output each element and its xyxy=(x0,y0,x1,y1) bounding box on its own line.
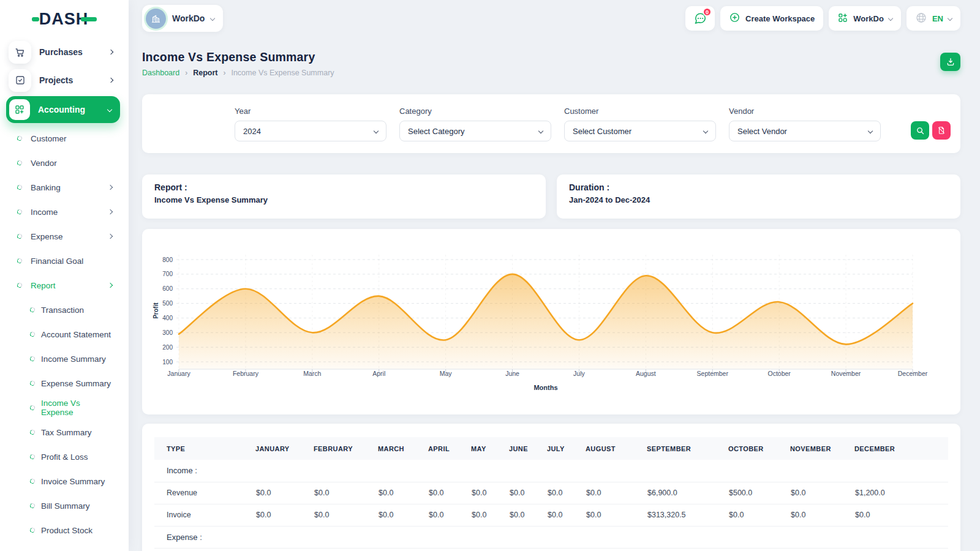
sidebar-item-cash-flow[interactable]: Cash Flow xyxy=(0,542,129,551)
cell-value: $500.0 xyxy=(728,482,790,504)
logo[interactable]: DASH xyxy=(0,0,129,38)
app-root: DASH Purchases Projects Accounting Custo… xyxy=(0,0,980,551)
sidebar-item-label: Expense xyxy=(31,232,100,241)
row-label: Invoice xyxy=(154,504,255,526)
column-header: DECEMBER xyxy=(854,437,948,460)
search-icon xyxy=(916,126,925,135)
language-dropdown[interactable]: EN xyxy=(907,6,960,31)
chevron-down-icon xyxy=(538,129,543,133)
workspace-avatar-building-icon xyxy=(146,9,166,29)
reset-button[interactable] xyxy=(932,121,951,140)
sidebar-item-income-vs-expense[interactable]: Income Vs Expense xyxy=(0,395,129,420)
sidebar-item-income[interactable]: Income xyxy=(0,200,129,224)
report-card-title: Report : xyxy=(154,182,533,192)
sidebar-item-label: Transaction xyxy=(41,305,112,315)
sidebar-item-vendor[interactable]: Vendor xyxy=(0,151,129,175)
breadcrumb-report-link[interactable]: Report xyxy=(193,69,217,77)
cell-value: $0.0 xyxy=(314,504,378,526)
cell-value: $0.0 xyxy=(547,482,586,504)
chevron-down-icon xyxy=(948,16,952,21)
column-header: JANUARY xyxy=(255,437,314,460)
page-header: Income Vs Expense Summary Dashboard › Re… xyxy=(142,50,960,77)
svg-text:Profit: Profit xyxy=(153,302,159,319)
sidebar-item-projects[interactable]: Projects xyxy=(0,66,129,94)
svg-text:June: June xyxy=(505,370,519,377)
sidebar-item-label: Tax Summary xyxy=(41,428,112,437)
bullet-icon xyxy=(17,209,23,215)
sidebar-item-customer[interactable]: Customer xyxy=(0,126,129,151)
sidebar-item-product-stock[interactable]: Product Stock xyxy=(0,518,129,542)
bullet-icon xyxy=(17,184,23,190)
cell-value: $0.0 xyxy=(509,504,547,526)
sidebar-item-bill-summary[interactable]: Bill Summary xyxy=(0,493,129,518)
sidebar-item-expense-summary[interactable]: Expense Summary xyxy=(0,371,129,395)
customer-select[interactable]: Select Customer xyxy=(564,121,716,141)
sidebar-item-accounting[interactable]: Accounting xyxy=(6,96,120,123)
download-icon xyxy=(946,57,956,67)
category-select[interactable]: Select Category xyxy=(399,121,551,141)
sidebar-item-purchases[interactable]: Purchases xyxy=(0,38,129,66)
bullet-icon xyxy=(29,527,36,533)
svg-text:September: September xyxy=(697,370,729,377)
topbar-actions: 0 Create Workspace WorkDo xyxy=(685,6,960,31)
sidebar-item-tax-summary[interactable]: Tax Summary xyxy=(0,420,129,444)
page-title: Income Vs Expense Summary xyxy=(142,50,960,64)
search-button[interactable] xyxy=(911,121,929,140)
download-button[interactable] xyxy=(940,53,960,71)
bullet-icon xyxy=(17,258,23,264)
messages-button[interactable]: 0 xyxy=(685,6,715,31)
svg-text:April: April xyxy=(372,370,385,377)
column-header: APRIL xyxy=(428,437,471,460)
column-header: AUGUST xyxy=(586,437,647,460)
summary-cards: Report : Income Vs Expense Summary Durat… xyxy=(142,174,960,219)
sidebar-item-invoice-summary[interactable]: Invoice Summary xyxy=(0,469,129,493)
sidebar-item-expense[interactable]: Expense xyxy=(0,224,129,249)
svg-text:300: 300 xyxy=(162,329,173,336)
sidebar-item-transaction[interactable]: Transaction xyxy=(0,298,129,322)
svg-text:Months: Months xyxy=(533,384,557,391)
sidebar-item-financial-goal[interactable]: Financial Goal xyxy=(0,249,129,273)
year-select[interactable]: 2024 xyxy=(235,121,386,141)
svg-text:600: 600 xyxy=(162,285,173,292)
chevron-right-icon xyxy=(108,78,113,83)
column-header: NOVEMBER xyxy=(790,437,854,460)
create-workspace-button[interactable]: Create Workspace xyxy=(720,6,823,31)
duration-card: Duration : Jan-2024 to Dec-2024 xyxy=(557,174,960,219)
column-header: FEBRUARY xyxy=(314,437,378,460)
svg-text:November: November xyxy=(831,370,861,377)
table-row: Invoice$0.0$0.0$0.0$0.0$0.0$0.0$0.0$0.0$… xyxy=(154,504,948,526)
table-row: Expense : xyxy=(154,526,948,548)
breadcrumb-dashboard-link[interactable]: Dashboard xyxy=(142,69,179,77)
sidebar-item-profit-loss[interactable]: Profit & Loss xyxy=(0,444,129,469)
vendor-select-value: Select Vendor xyxy=(737,127,787,136)
table-row: Revenue$0.0$0.0$0.0$0.0$0.0$0.0$0.0$0.0$… xyxy=(154,482,948,504)
sidebar-item-account-statement[interactable]: Account Statement xyxy=(0,322,129,347)
bullet-icon xyxy=(29,331,36,337)
vendor-select[interactable]: Select Vendor xyxy=(729,121,881,141)
bullet-icon xyxy=(29,356,36,362)
sidebar-item-report[interactable]: Report xyxy=(0,273,129,298)
cell-value: $0.0 xyxy=(790,482,854,504)
bullet-icon xyxy=(29,307,36,313)
sidebar-item-banking[interactable]: Banking xyxy=(0,175,129,200)
chevron-down-icon xyxy=(868,129,873,133)
duration-card-title: Duration : xyxy=(569,182,948,192)
cell-value: $0.0 xyxy=(547,504,586,526)
cell-value: $0.0 xyxy=(378,504,428,526)
cell-value: $0.0 xyxy=(854,504,948,526)
cell-value: $0.0 xyxy=(255,482,314,504)
cell-value: $0.0 xyxy=(428,482,471,504)
filter-vendor: Vendor Select Vendor xyxy=(729,107,881,153)
plus-circle-icon xyxy=(729,12,741,25)
checkbox-icon xyxy=(9,69,31,92)
bullet-icon xyxy=(29,429,36,435)
workspace-switcher[interactable]: WorkDo xyxy=(142,5,223,32)
column-header: MARCH xyxy=(378,437,428,460)
filter-customer: Customer Select Customer xyxy=(564,107,716,153)
table-row: Income : xyxy=(154,460,948,482)
filter-year: Year 2024 xyxy=(235,107,386,153)
customer-select-value: Select Customer xyxy=(573,127,631,136)
workspace-dropdown[interactable]: WorkDo xyxy=(829,6,901,31)
chevron-down-icon xyxy=(107,107,112,112)
sidebar-item-income-summary[interactable]: Income Summary xyxy=(0,347,129,371)
